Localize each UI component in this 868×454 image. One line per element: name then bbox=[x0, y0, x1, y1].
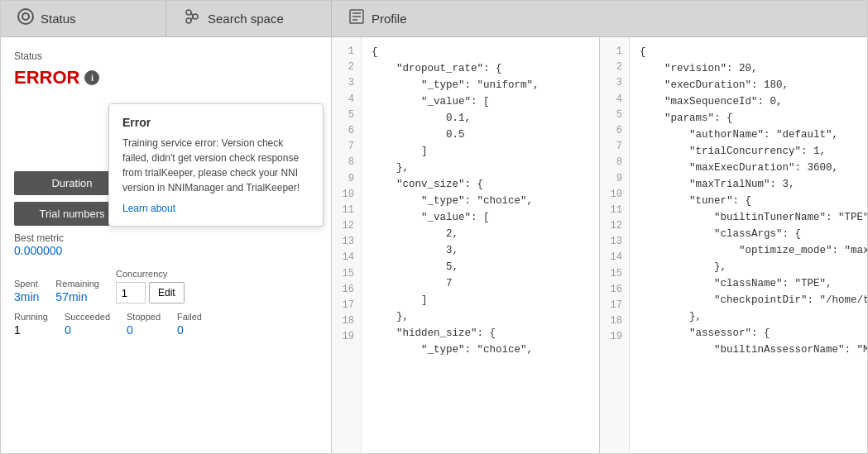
spent-stat: Spent 3min bbox=[14, 279, 39, 303]
profile-panel: 12345678910111213141516171819 { "revisio… bbox=[600, 37, 867, 453]
tab-status[interactable]: Status bbox=[1, 1, 166, 36]
header-tabs: Status Search space bbox=[1, 1, 867, 37]
line-number: 5 bbox=[600, 108, 629, 123]
code-line: 2, bbox=[372, 226, 589, 242]
search-space-panel: 12345678910111213141516171819 { "dropout… bbox=[332, 37, 600, 453]
code-line: "revision": 20, bbox=[640, 60, 857, 77]
code-line: "dropout_rate": { bbox=[372, 60, 589, 77]
line-number: 17 bbox=[600, 298, 629, 313]
stopped-stat: Stopped 0 bbox=[127, 312, 161, 337]
status-error-text: ERROR bbox=[14, 67, 79, 88]
code-line: 3, bbox=[372, 242, 589, 259]
svg-point-4 bbox=[186, 18, 191, 23]
failed-label: Failed bbox=[177, 312, 202, 322]
code-line: 7 bbox=[372, 275, 589, 292]
line-number: 13 bbox=[332, 234, 361, 250]
code-line: "trialConcurrency": 1, bbox=[640, 143, 857, 160]
svg-point-2 bbox=[186, 10, 191, 15]
stopped-label: Stopped bbox=[127, 312, 161, 322]
line-number: 3 bbox=[600, 75, 629, 91]
code-line: ] bbox=[372, 292, 589, 308]
code-line: { bbox=[372, 44, 589, 60]
svg-point-3 bbox=[193, 14, 198, 19]
error-tooltip: Error Training service error: Version ch… bbox=[108, 103, 324, 227]
line-number: 12 bbox=[332, 218, 361, 234]
best-metric-section: Best metric 0.000000 bbox=[14, 232, 318, 257]
main-container: Status Search space bbox=[0, 0, 868, 454]
code-line: }, bbox=[372, 308, 589, 325]
code-line: "_value": [ bbox=[372, 93, 589, 110]
profile-icon bbox=[348, 8, 365, 29]
succeeded-label: Succeeded bbox=[65, 312, 110, 322]
line-number: 14 bbox=[332, 250, 361, 265]
remaining-stat: Remaining 57min bbox=[55, 279, 99, 303]
profile-content: 12345678910111213141516171819 { "revisio… bbox=[600, 37, 867, 453]
running-stats: Running 1 Succeeded 0 Stopped 0 Failed 0 bbox=[14, 312, 318, 337]
line-number: 10 bbox=[600, 187, 629, 203]
line-number: 14 bbox=[600, 250, 629, 265]
search-space-icon bbox=[183, 8, 201, 29]
line-number: 15 bbox=[332, 266, 361, 282]
line-number: 18 bbox=[600, 313, 629, 329]
tab-search-space-label: Search space bbox=[208, 12, 284, 26]
best-metric-label: Best metric bbox=[14, 232, 318, 244]
code-line: "authorName": "default", bbox=[640, 127, 857, 143]
code-line: 0.5 bbox=[372, 127, 589, 143]
stopped-value: 0 bbox=[127, 323, 161, 337]
svg-line-6 bbox=[191, 17, 193, 21]
tab-search-space[interactable]: Search space bbox=[166, 1, 332, 36]
search-space-content: 12345678910111213141516171819 { "dropout… bbox=[332, 37, 599, 453]
profile-code: { "revision": 20, "execDuration": 180, "… bbox=[630, 37, 867, 453]
line-number: 18 bbox=[332, 313, 361, 329]
line-number: 13 bbox=[600, 234, 629, 250]
code-line: "conv_size": { bbox=[372, 176, 589, 193]
code-line: "maxExecDuration": 3600, bbox=[640, 160, 857, 176]
remaining-value: 57min bbox=[55, 290, 99, 303]
line-number: 8 bbox=[332, 155, 361, 170]
status-icon bbox=[17, 8, 34, 29]
content-area: Status ERROR i Error Training service er… bbox=[1, 37, 867, 453]
code-line: "tuner": { bbox=[640, 193, 857, 209]
code-line: "execDuration": 180, bbox=[640, 77, 857, 93]
status-error-row: ERROR i bbox=[14, 67, 318, 88]
line-number: 15 bbox=[600, 266, 629, 282]
line-number: 16 bbox=[332, 282, 361, 298]
line-number: 16 bbox=[600, 282, 629, 298]
svg-point-1 bbox=[22, 13, 29, 20]
code-line: "optimize_mode": "maxim… bbox=[640, 242, 857, 259]
svg-line-5 bbox=[191, 12, 193, 17]
line-number: 7 bbox=[332, 139, 361, 155]
line-number: 19 bbox=[600, 329, 629, 345]
code-line: }, bbox=[640, 308, 857, 325]
tab-profile[interactable]: Profile bbox=[332, 1, 497, 36]
line-number: 1 bbox=[332, 44, 361, 60]
line-number: 3 bbox=[332, 75, 361, 91]
line-number: 11 bbox=[600, 203, 629, 218]
concurrency-input[interactable] bbox=[116, 282, 146, 303]
status-panel: Status ERROR i Error Training service er… bbox=[1, 37, 332, 453]
code-line: 5, bbox=[372, 259, 589, 275]
failed-stat: Failed 0 bbox=[177, 312, 202, 337]
info-icon[interactable]: i bbox=[84, 70, 99, 85]
code-line: "classArgs": { bbox=[640, 226, 857, 242]
search-space-code: { "dropout_rate": { "_type": "uniform", … bbox=[362, 37, 599, 453]
tooltip-title: Error bbox=[122, 116, 309, 129]
running-label: Running bbox=[14, 312, 48, 322]
code-line: "maxTrialNum": 3, bbox=[640, 176, 857, 193]
spent-value: 3min bbox=[14, 290, 39, 303]
learn-about-link[interactable]: Learn about bbox=[122, 203, 175, 214]
remaining-label: Remaining bbox=[55, 279, 99, 289]
code-line: "builtinAssessorName": "Me… bbox=[640, 342, 857, 358]
line-number: 11 bbox=[332, 203, 361, 218]
running-value: 1 bbox=[14, 323, 48, 337]
code-line: "maxSequenceId": 0, bbox=[640, 93, 857, 110]
tab-profile-label: Profile bbox=[372, 12, 407, 26]
line-number: 1 bbox=[600, 44, 629, 60]
svg-point-0 bbox=[18, 9, 33, 24]
line-number: 4 bbox=[600, 92, 629, 108]
line-number: 7 bbox=[600, 139, 629, 155]
code-line: }, bbox=[640, 259, 857, 275]
edit-button[interactable]: Edit bbox=[149, 282, 185, 303]
code-line: 0.1, bbox=[372, 110, 589, 127]
line-number: 6 bbox=[600, 123, 629, 139]
